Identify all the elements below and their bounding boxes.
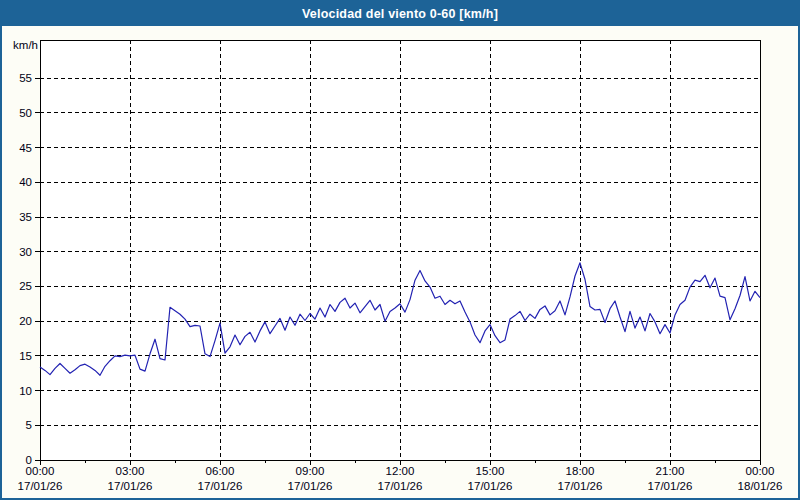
x-tick-time-label: 21:00 bbox=[656, 465, 685, 477]
x-tick-time-label: 09:00 bbox=[296, 465, 325, 477]
y-tick-label: 35 bbox=[19, 211, 32, 223]
x-tick-date-label: 17/01/26 bbox=[558, 480, 603, 492]
chart-title: Velocidad del viento 0-60 [km/h] bbox=[302, 7, 498, 21]
x-tick-date-label: 17/01/26 bbox=[378, 480, 423, 492]
chart-canvas: 0510152025303540455055km/h00:0017/01/260… bbox=[2, 26, 798, 498]
wind-speed-chart-window: Velocidad del viento 0-60 [km/h] 0510152… bbox=[0, 0, 800, 500]
x-tick-date-label: 17/01/26 bbox=[198, 480, 243, 492]
y-tick-label: 15 bbox=[19, 350, 32, 362]
x-tick-date-label: 17/01/26 bbox=[648, 480, 693, 492]
x-tick-time-label: 12:00 bbox=[386, 465, 415, 477]
x-tick-date-label: 17/01/26 bbox=[288, 480, 333, 492]
x-tick-time-label: 06:00 bbox=[206, 465, 235, 477]
x-tick-date-label: 17/01/26 bbox=[468, 480, 513, 492]
y-tick-label: 40 bbox=[19, 176, 32, 188]
y-tick-label: 50 bbox=[19, 107, 32, 119]
x-tick-time-label: 15:00 bbox=[476, 465, 505, 477]
y-tick-label: 20 bbox=[19, 315, 32, 327]
x-tick-time-label: 03:00 bbox=[116, 465, 145, 477]
y-axis-unit-label: km/h bbox=[13, 39, 38, 51]
wind-speed-chart: 0510152025303540455055km/h00:0017/01/260… bbox=[2, 26, 798, 498]
y-tick-label: 10 bbox=[19, 385, 32, 397]
y-tick-label: 55 bbox=[19, 72, 32, 84]
x-tick-time-label: 00:00 bbox=[26, 465, 55, 477]
chart-title-bar: Velocidad del viento 0-60 [km/h] bbox=[2, 2, 798, 26]
y-tick-label: 25 bbox=[19, 280, 32, 292]
x-tick-date-label: 17/01/26 bbox=[108, 480, 153, 492]
x-tick-time-label: 00:00 bbox=[746, 465, 775, 477]
y-tick-label: 5 bbox=[26, 419, 32, 431]
x-tick-time-label: 18:00 bbox=[566, 465, 595, 477]
y-tick-label: 45 bbox=[19, 142, 32, 154]
x-tick-date-label: 18/01/26 bbox=[738, 480, 783, 492]
y-tick-label: 30 bbox=[19, 246, 32, 258]
x-tick-date-label: 17/01/26 bbox=[18, 480, 63, 492]
